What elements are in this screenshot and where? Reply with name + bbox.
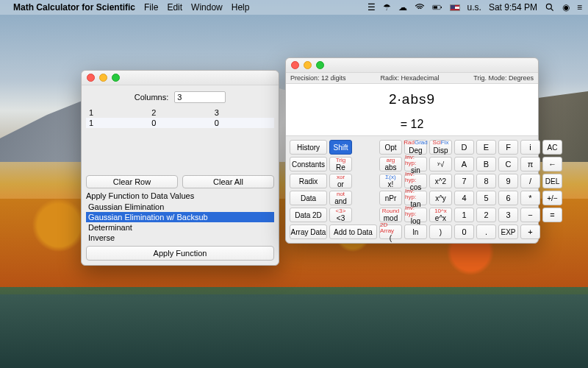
function-option[interactable]: Determinant <box>86 222 274 233</box>
status-clock[interactable]: Sat 9:54 PM <box>489 2 537 13</box>
epowx-button[interactable]: 10^xe^x <box>429 208 452 222</box>
key-negate[interactable]: +/− <box>542 191 562 205</box>
cell[interactable]: 0 <box>212 118 274 128</box>
add-to-data-button[interactable]: Add to Data <box>329 224 377 239</box>
key-multiply[interactable]: * <box>520 191 540 205</box>
status-input-lang[interactable]: u.s. <box>467 2 481 13</box>
cell[interactable]: 3 <box>212 107 274 118</box>
deg-button[interactable]: RadGradDeg <box>404 140 427 155</box>
clear-all-button[interactable]: Clear All <box>182 175 274 188</box>
key-i[interactable]: i <box>520 140 540 155</box>
re-button[interactable]: TrigRe <box>329 157 352 171</box>
opt-button[interactable]: Opt <box>379 140 402 155</box>
columns-input[interactable] <box>174 91 226 103</box>
menu-help[interactable]: Help <box>232 2 250 13</box>
radix-button[interactable]: Radix <box>290 174 327 188</box>
factorial-button[interactable]: Σ(x)x! <box>379 174 402 188</box>
function-option[interactable]: Gaussian Elimination w/ Backsub <box>86 212 274 222</box>
cell[interactable]: 1 <box>86 118 148 128</box>
root-button[interactable]: ʸ√ <box>429 157 452 171</box>
cell[interactable]: 1 <box>86 107 148 118</box>
key-pi[interactable]: π <box>520 157 540 171</box>
key-0[interactable]: 0 <box>454 224 474 239</box>
key-b[interactable]: B <box>476 157 496 171</box>
npr-button[interactable]: nPr <box>379 191 402 205</box>
tan-button[interactable]: Inv: hyp:tan <box>404 191 427 205</box>
trig-mode-label: Trig. Mode: Degrees <box>473 74 534 82</box>
key-7[interactable]: 7 <box>454 174 474 188</box>
matrix-window: Columns: 123 100 Clear Row Clear All App… <box>81 70 279 266</box>
data-button[interactable]: Data <box>290 191 327 205</box>
minimize-icon[interactable] <box>99 74 107 82</box>
clear-row-button[interactable]: Clear Row <box>86 175 178 188</box>
constants-button[interactable]: Constants <box>290 157 327 171</box>
menu-file[interactable]: File <box>144 2 158 13</box>
notification-center-icon[interactable]: ≡ <box>577 2 582 13</box>
status-script-icon[interactable]: ☰ <box>368 2 376 13</box>
function-option[interactable]: Gaussian Elimination <box>86 202 274 212</box>
key-ac[interactable]: AC <box>542 140 562 155</box>
menu-window[interactable]: Window <box>191 2 223 13</box>
key-5[interactable]: 5 <box>476 191 496 205</box>
key-8[interactable]: 8 <box>476 174 496 188</box>
key-f[interactable]: F <box>498 140 518 155</box>
xsquared-button[interactable]: x^2 <box>429 174 452 188</box>
disp-button[interactable]: SciFixDisp <box>429 140 452 155</box>
shift-button[interactable]: Shift <box>329 140 352 155</box>
key-9[interactable]: 9 <box>498 174 518 188</box>
apply-function-button[interactable]: Apply Function <box>86 246 274 261</box>
key-dot[interactable]: . <box>476 224 496 239</box>
zoom-icon[interactable] <box>316 61 324 69</box>
key-e[interactable]: E <box>476 140 496 155</box>
log-button[interactable]: Inv: hyp:log <box>404 208 427 222</box>
key-del[interactable]: DEL <box>542 174 562 188</box>
key-6[interactable]: 6 <box>498 191 518 205</box>
key-equals[interactable]: = <box>542 208 562 222</box>
menu-edit[interactable]: Edit <box>167 2 182 13</box>
close-icon[interactable] <box>291 61 299 69</box>
key-4[interactable]: 4 <box>454 191 474 205</box>
status-umbrella-icon[interactable]: ☂ <box>383 2 391 13</box>
paren-close-button[interactable]: ) <box>429 224 452 239</box>
lt3-button[interactable]: <3><3 <box>329 208 352 222</box>
key-minus[interactable]: − <box>520 208 540 222</box>
siri-icon[interactable]: ◉ <box>562 2 570 13</box>
mod-button[interactable]: Roundmod <box>379 208 402 222</box>
status-wifi-icon[interactable] <box>415 2 425 13</box>
key-d[interactable]: D <box>454 140 474 155</box>
cell[interactable]: 0 <box>148 118 211 128</box>
history-button[interactable]: History <box>290 140 327 155</box>
or-button[interactable]: xoror <box>329 174 352 188</box>
spotlight-icon[interactable] <box>545 2 555 13</box>
key-plus[interactable]: + <box>520 224 540 239</box>
key-divide[interactable]: / <box>520 174 540 188</box>
sin-button[interactable]: Inv: hyp:sin <box>404 157 427 171</box>
status-battery-icon[interactable] <box>432 2 442 13</box>
function-option[interactable]: Inverse <box>86 233 274 243</box>
ln-button[interactable]: ln <box>404 224 427 239</box>
key-exp[interactable]: EXP <box>498 224 518 239</box>
minimize-icon[interactable] <box>304 61 312 69</box>
cos-button[interactable]: Inv: hyp:cos <box>404 174 427 188</box>
status-input-flag[interactable] <box>450 4 460 11</box>
xpow-button[interactable]: x^y <box>429 191 452 205</box>
status-cloud-icon[interactable]: ☁ <box>398 2 407 13</box>
key-2[interactable]: 2 <box>476 208 496 222</box>
key-1[interactable]: 1 <box>454 208 474 222</box>
key-backspace[interactable]: ← <box>542 157 562 171</box>
close-icon[interactable] <box>87 74 95 82</box>
and-button[interactable]: notand <box>329 191 352 205</box>
data2d-button[interactable]: Data 2D <box>290 208 327 222</box>
key-c[interactable]: C <box>498 157 518 171</box>
function-list[interactable]: Gaussian Elimination Gaussian Eliminatio… <box>86 202 274 243</box>
zoom-icon[interactable] <box>112 74 120 82</box>
app-name[interactable]: Math Calculator for Scientific <box>13 2 135 13</box>
calc-titlebar[interactable] <box>286 58 538 73</box>
key-a[interactable]: A <box>454 157 474 171</box>
matrix-titlebar[interactable] <box>82 71 279 85</box>
abs-button[interactable]: argabs <box>379 157 402 171</box>
arraydata-button[interactable]: Array Data <box>290 224 327 239</box>
paren-open-button[interactable]: 2D Array( <box>379 224 402 239</box>
cell[interactable]: 2 <box>148 107 211 118</box>
key-3[interactable]: 3 <box>498 208 518 222</box>
